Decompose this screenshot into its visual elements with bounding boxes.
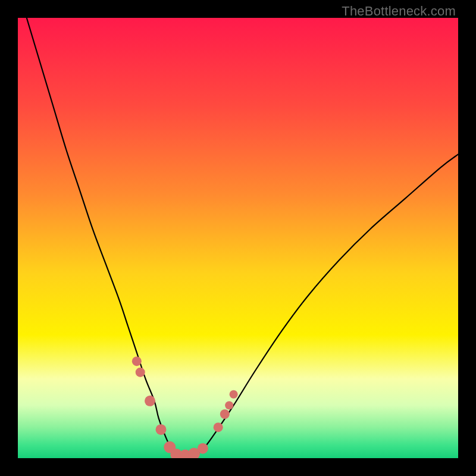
plot-area: [18, 18, 458, 458]
data-marker: [132, 356, 142, 366]
data-marker: [230, 390, 238, 399]
bottleneck-curve: [27, 18, 458, 457]
data-marker: [198, 443, 208, 454]
data-marker: [136, 368, 145, 377]
data-marker: [145, 396, 155, 406]
chart-frame: TheBottleneck.com: [0, 0, 476, 476]
watermark-text: TheBottleneck.com: [342, 4, 456, 19]
data-marker: [156, 424, 167, 435]
curve-layer: [18, 18, 458, 458]
data-marker: [214, 422, 223, 432]
data-marker: [225, 401, 233, 409]
data-marker: [220, 409, 230, 419]
markers-group: [132, 356, 238, 458]
